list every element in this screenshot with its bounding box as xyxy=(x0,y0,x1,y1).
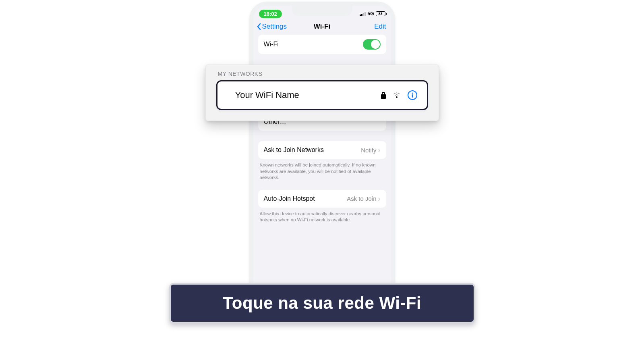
chevron-right-icon: › xyxy=(378,195,381,202)
signal-icon xyxy=(360,11,366,16)
hotspot-card: Auto-Join Hotspot Ask to Join › xyxy=(258,190,386,208)
ask-footer: Known networks will be joined automatica… xyxy=(258,159,386,181)
lock-icon xyxy=(380,91,387,99)
spacer xyxy=(258,181,386,190)
phone-frame: 18:02 5G 83 Settings Wi-Fi Edit Wi-Fi xyxy=(249,2,395,300)
network-label: 5G xyxy=(367,11,374,17)
stage: 18:02 5G 83 Settings Wi-Fi Edit Wi-Fi xyxy=(101,0,544,358)
wifi-toggle-switch[interactable] xyxy=(363,39,381,50)
ask-join-label: Ask to Join Networks xyxy=(264,146,324,154)
ask-join-row[interactable]: Ask to Join Networks Notify › xyxy=(258,141,386,159)
battery-icon: 83 xyxy=(376,11,385,16)
wifi-icon xyxy=(392,92,401,99)
instruction-banner: Toque na sua rede Wi-Fi xyxy=(169,283,475,323)
hotspot-label: Auto-Join Hotspot xyxy=(264,195,315,202)
ask-card: Ask to Join Networks Notify › xyxy=(258,141,386,159)
phone-notch xyxy=(292,5,352,16)
back-button[interactable]: Settings xyxy=(257,23,287,31)
svg-point-1 xyxy=(412,92,413,94)
wifi-toggle-label: Wi-Fi xyxy=(264,41,279,48)
status-time-pill: 18:02 xyxy=(259,10,282,18)
ask-join-value: Notify › xyxy=(361,146,380,154)
hotspot-value: Ask to Join › xyxy=(347,195,380,202)
back-label: Settings xyxy=(262,23,287,31)
page-title: Wi-Fi xyxy=(314,23,330,31)
nav-bar: Settings Wi-Fi Edit xyxy=(253,20,391,35)
wifi-toggle-row[interactable]: Wi-Fi xyxy=(258,35,386,54)
svg-rect-2 xyxy=(412,94,413,98)
info-icon[interactable] xyxy=(407,90,418,101)
wifi-row-icons xyxy=(380,90,418,101)
chevron-left-icon xyxy=(257,23,261,30)
edit-button[interactable]: Edit xyxy=(374,23,386,31)
wifi-network-name: Your WiFi Name xyxy=(235,90,299,100)
hotspot-footer: Allow this device to automatically disco… xyxy=(258,208,386,223)
my-networks-header: MY NETWORKS xyxy=(218,71,428,77)
status-right: 5G 83 xyxy=(360,11,385,17)
settings-content: Wi-Fi Other… Ask to Join Networks Notify… xyxy=(253,35,391,223)
hotspot-row[interactable]: Auto-Join Hotspot Ask to Join › xyxy=(258,190,386,208)
chevron-right-icon: › xyxy=(378,146,381,154)
your-wifi-row[interactable]: Your WiFi Name xyxy=(216,80,428,110)
wifi-toggle-card: Wi-Fi xyxy=(258,35,386,54)
spacer xyxy=(258,131,386,141)
wifi-callout: MY NETWORKS Your WiFi Name xyxy=(205,65,439,121)
instruction-text: Toque na sua rede Wi-Fi xyxy=(179,293,466,313)
